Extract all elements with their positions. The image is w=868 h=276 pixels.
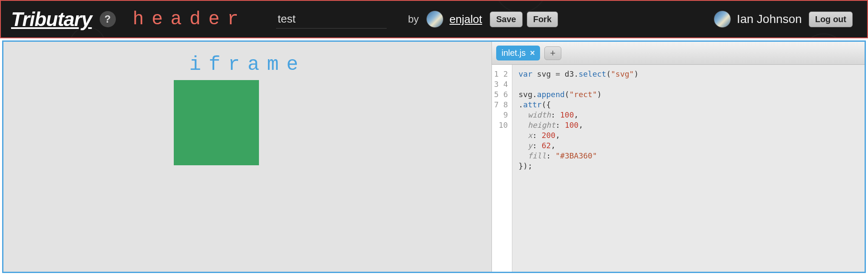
tab-label: inlet.js xyxy=(501,48,526,58)
iframe-pane[interactable]: iframe xyxy=(3,42,491,272)
close-icon[interactable]: × xyxy=(530,48,535,58)
author-avatar[interactable] xyxy=(426,11,443,28)
rendered-rect xyxy=(174,80,259,165)
save-button[interactable]: Save xyxy=(490,12,523,27)
iframe-label: iframe xyxy=(189,54,306,76)
line-number-gutter: 1 2 3 4 5 6 7 8 9 10 xyxy=(492,65,512,272)
editor-pane: inlet.js × + 1 2 3 4 5 6 7 8 9 10 var sv… xyxy=(491,42,865,272)
tab-inlet-js[interactable]: inlet.js × xyxy=(496,46,540,60)
code-area: 1 2 3 4 5 6 7 8 9 10 var svg = d3.select… xyxy=(492,65,865,272)
fork-button[interactable]: Fork xyxy=(527,12,558,27)
logo[interactable]: Tributary xyxy=(11,8,92,31)
main-area: iframe inlet.js × + 1 2 3 4 5 6 7 8 9 10… xyxy=(2,40,866,273)
add-tab-button[interactable]: + xyxy=(544,46,561,60)
gist-title-input[interactable] xyxy=(276,10,387,29)
header-section-label: header xyxy=(133,9,246,30)
tab-bar: inlet.js × + xyxy=(492,42,865,65)
app-header: Tributary ? header by enjalot Save Fork … xyxy=(0,0,868,38)
by-label: by xyxy=(408,13,419,25)
help-icon[interactable]: ? xyxy=(100,11,116,27)
code-editor[interactable]: var svg = d3.select("svg") svg.append("r… xyxy=(512,65,865,272)
username-label: Ian Johnson xyxy=(737,12,802,26)
user-avatar[interactable] xyxy=(714,11,731,28)
author-link[interactable]: enjalot xyxy=(449,13,482,26)
logout-button[interactable]: Log out xyxy=(809,12,853,27)
